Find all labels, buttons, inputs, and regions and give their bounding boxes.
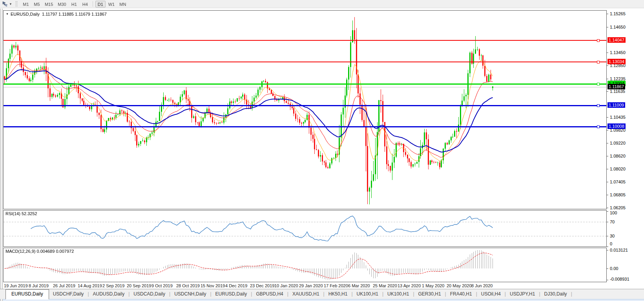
price-tick-label: 1.08620 [610,154,626,159]
rsi-canvas[interactable] [4,210,606,247]
date-label: 9 Oct 2019 [151,283,173,288]
rsi-tick-label: 70 [610,219,615,225]
axis-tick [607,79,608,79]
chart-tab-uk100-h1[interactable]: UK100,H1 [353,290,382,299]
chart-tab-eurusd-daily[interactable]: EURUSD,Daily [212,290,251,299]
chart-tab-hk50-h1[interactable]: HK50,H1 [325,290,352,299]
date-label: 23 Dec 2019 [250,283,274,288]
axis-tick [607,222,608,222]
axis-tick [607,27,608,27]
date-label: 2 Sep 2019 [102,283,124,288]
rsi-tick-label: 0 [610,241,612,247]
line-handle-1.12004[interactable] [597,83,600,85]
status-bar-edge [0,299,644,301]
timeframe-button-h1[interactable]: H1 [69,1,79,7]
line-price-label: 1.14047 [608,37,626,43]
chart-tab-usdcnh-daily[interactable]: USDCNH,Daily [170,290,210,299]
axis-tick [607,143,608,143]
macd-canvas[interactable] [4,248,606,282]
horizontal-line-1.12004[interactable] [4,83,606,85]
timeframe-toolbar: ▼ M1M5M15M30H1H4D1W1MN [0,0,644,8]
chart-tab-usoil-h4[interactable]: USOil,H4 [477,290,505,299]
price-tick-label: 1.08020 [610,167,626,172]
timeframe-button-m30[interactable]: M30 [56,1,68,7]
date-label: 29 Jan 2020 [299,283,323,288]
horizontal-line-1.10008[interactable] [4,126,606,127]
rsi-tick-label: 30 [610,234,615,239]
chart-tab-fra40-h1[interactable]: FRA40,H1 [446,290,476,299]
chart-tab-audusd-daily[interactable]: AUDUSD,Daily [89,290,129,299]
chart-tab-gbpusd-h4[interactable]: GBPUSD,H4 [252,290,287,299]
timeframe-button-m1[interactable]: M1 [21,1,31,7]
timeframe-button-h4[interactable]: H4 [80,1,90,7]
axis-tick [607,156,608,156]
date-label: 19 Jun 2019 [4,283,28,288]
date-label: 10 Jan 2020 [274,283,298,288]
horizontal-line-1.13034[interactable] [4,62,606,62]
toolbar-grip[interactable] [16,1,17,7]
chart-collapse-icon[interactable]: ▼ [6,13,9,15]
line-handle-1.14047[interactable] [597,39,600,42]
horizontal-line-1.11009[interactable] [4,105,606,106]
chart-tab-uk100-h1[interactable]: UK100,H1 [383,290,413,299]
macd-axis[interactable]: 0.0131210.00-0.008931 [607,248,644,282]
line-price-label: 1.10008 [608,123,626,129]
chart-tools-icon[interactable] [2,1,9,7]
timeframe-button-d1[interactable]: D1 [95,1,106,7]
price-tick-label: 1.09220 [610,141,626,146]
chart-title-ohlc: 1.11797 1.11885 1.11679 1.11867 [42,12,107,16]
price-tick-label: 1.10435 [610,115,626,120]
date-label: 14 Aug 2019 [78,283,102,288]
toolbar-dropdown-icon[interactable]: ▼ [9,2,12,6]
chart-tabs: EURUSD,DailyUSDCHF,Daily|AUDUSD,Daily|US… [0,289,644,299]
axis-tick [607,182,608,182]
axis-tick [607,247,608,247]
axis-tick [607,236,608,236]
chart-tab-xauusd-h1[interactable]: XAUUSD,H1 [288,290,323,299]
line-handle-1.10008[interactable] [597,125,600,128]
price-axis[interactable]: 1.152651.146501.134501.128501.122351.116… [607,10,644,209]
date-label: 1 May 2020 [422,283,444,288]
time-axis[interactable]: 19 Jun 20198 Jul 201926 Jul 201914 Aug 2… [3,282,644,289]
price-tick-label: 1.15265 [610,11,626,16]
axis-tick [607,169,608,169]
line-handle-1.11009[interactable] [597,104,600,107]
timeframe-button-w1[interactable]: W1 [106,1,117,7]
axis-tick [607,130,608,131]
axis-tick [607,14,608,14]
macd-tick-label: 0.013121 [610,248,628,253]
chart-tab-usdjpy-h1[interactable]: USDJPY,H1 [506,290,539,299]
date-label: 25 Mar 2020 [373,283,397,288]
chart-tab-dj30-daily[interactable]: DJ30,Daily [540,290,571,299]
chart-tab-eurusd-daily[interactable]: EURUSD,Daily [5,289,49,299]
rsi-label: RSI(14) 52.3252 [5,211,37,216]
axis-tick [607,280,608,280]
date-label: 20 Sep 2019 [127,283,151,288]
line-handle-1.13034[interactable] [597,61,600,63]
rsi-panel: RSI(14) 52.3252 [3,210,607,247]
timeframe-button-mn[interactable]: MN [117,1,128,7]
date-label: 13 Apr 2020 [398,283,421,288]
horizontal-line-1.14047[interactable] [4,40,606,41]
chart-tab-usdchf-daily[interactable]: USDCHF,Daily [49,290,88,299]
date-label: 15 Nov 2019 [201,283,225,288]
line-price-label: 1.13034 [608,59,626,64]
chart-tab-ger30-h1[interactable]: GER30,H1 [414,290,445,299]
rsi-axis[interactable]: 10070300 [607,210,644,247]
rsi-tick-label: 100 [610,210,617,216]
chart-title-symbol: EURUSD,Daily [11,12,40,16]
axis-tick [607,250,608,250]
axis-tick [607,53,608,53]
timeframe-button-m5[interactable]: M5 [32,1,42,7]
macd-panel: MACD(12,26,9) 0.004689 0.007972 [3,248,607,282]
timeframe-button-m15[interactable]: M15 [43,1,55,7]
axis-tick [607,65,608,66]
date-label: 28 Oct 2019 [176,283,200,288]
date-label: 17 Feb 2020 [324,283,348,288]
chart-tab-usdcad-daily[interactable]: USDCAD,Daily [130,290,169,299]
price-tick-label: 1.13450 [610,50,626,55]
macd-tick-label: -0.008931 [610,277,629,282]
date-label: 8 Jul 2019 [29,283,49,288]
price-tick-label: 1.11635 [610,89,625,94]
date-label: 8 Jun 2020 [471,283,493,288]
